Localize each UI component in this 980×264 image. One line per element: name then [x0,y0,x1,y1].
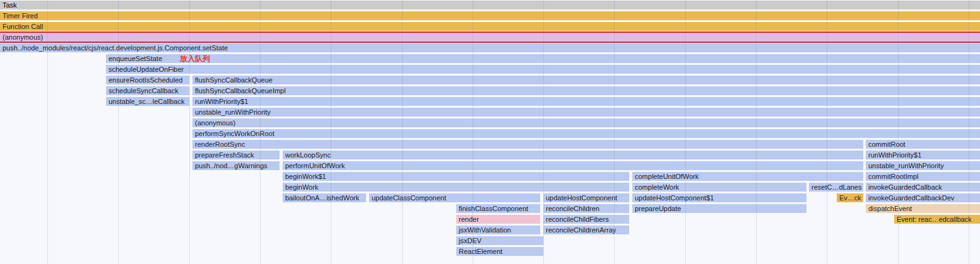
flame-bar[interactable]: jsxWithValidation [456,226,540,234]
flame-bar[interactable]: jsxDEV [456,236,543,245]
gridline [969,0,969,264]
flame-bar[interactable]: updateHostComponent$1 [632,193,806,202]
flame-bar[interactable]: renderRootSync [192,140,863,149]
flame-bar[interactable]: reconcileChildrenArray [543,226,629,234]
flame-bar[interactable]: updateHostComponent [543,193,629,202]
flame-bar[interactable]: flushSyncCallbackQueue [192,76,980,84]
gridline [402,0,403,264]
flame-bar[interactable]: invokeGuardedCallback [866,183,980,192]
flame-bar[interactable]: render [456,215,540,224]
flame-bar[interactable]: runWithPriority$1 [192,97,980,106]
gridline [543,0,544,264]
flame-bar[interactable]: resetC…dLanes [809,183,863,192]
gridline [685,0,686,264]
flame-bar[interactable]: (anonymous) [192,118,980,127]
flame-bar[interactable]: bailoutOnA…ishedWork [283,193,366,202]
flame-bar[interactable]: runWithPriority$1 [866,151,980,159]
gridline [898,0,899,264]
flame-bar[interactable]: Ev…ck [837,193,863,202]
gridline [756,0,757,264]
flame-bar[interactable]: performUnitOfWork [283,161,863,170]
flame-bar[interactable]: reconcileChildren [543,204,629,213]
flame-bar[interactable]: flushSyncCallbackQueueImpl [192,86,980,95]
gridline [47,0,48,264]
flame-bar[interactable]: completeWork [632,183,806,192]
flame-bar[interactable]: finishClassComponent [456,204,540,213]
flame-bar[interactable]: ReactElement [456,247,543,256]
flame-bar[interactable]: Timer Fired [0,11,980,20]
gridline [614,0,615,264]
gridline [473,0,473,264]
gridline [827,0,827,264]
flame-bar[interactable]: unstable_runWithPriority [192,108,980,117]
flame-bar[interactable]: commitRoot [866,140,980,149]
flame-bar[interactable]: unstable_runWithPriority [866,161,980,170]
flame-bar[interactable]: Task [0,1,980,9]
flame-bar[interactable]: reconcileChildFibers [543,215,629,224]
flame-bar[interactable]: completeUnitOfWork [632,172,863,181]
flame-bar[interactable]: performSyncWorkOnRoot [192,129,980,138]
flame-bar[interactable]: push../nod…gWarnings [192,161,280,170]
flame-bar[interactable]: dispatchEvent [866,204,980,213]
flame-bar[interactable]: invokeGuardedCallbackDev [866,193,980,202]
gridline [331,0,331,264]
flame-bar[interactable]: workLoopSync [283,151,863,159]
flame-bar[interactable]: beginWork [283,183,629,192]
flame-bar[interactable]: push../node_modules/react/cjs/react.deve… [0,43,980,52]
flame-bar[interactable]: updateClassComponent [369,193,540,202]
flame-bar[interactable]: commitRootImpl [866,172,980,181]
gridline [260,0,261,264]
gridline [189,0,190,264]
flame-bar[interactable]: Event: reac…edcallback [894,215,980,224]
flame-bar[interactable]: prepareFreshStack [192,151,280,159]
flame-chart: TaskTimer FiredFunction Call(anonymous)p… [0,0,980,264]
flame-bar[interactable]: Function Call [0,22,980,31]
flame-bar[interactable]: (anonymous) [0,32,980,43]
gridline [118,0,119,264]
flame-bar[interactable]: prepareUpdate [632,204,806,213]
flame-bar[interactable]: beginWork$1 [283,172,629,181]
